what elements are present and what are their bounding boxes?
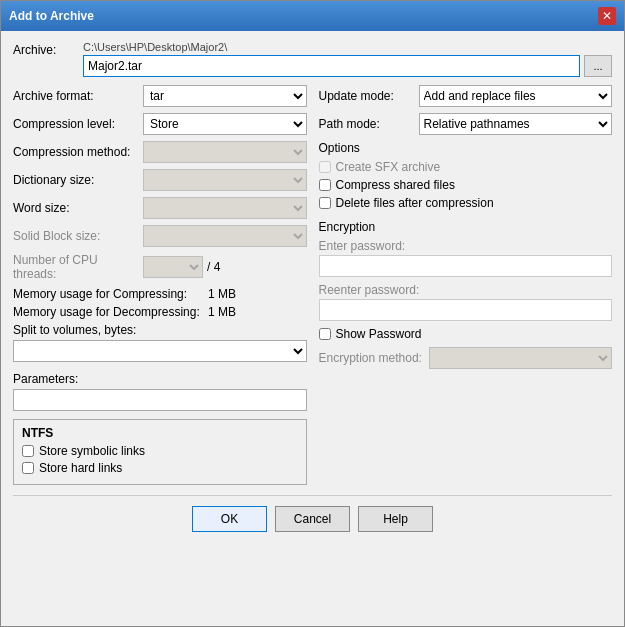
split-label: Split to volumes, bytes:	[13, 323, 307, 337]
params-section: Parameters:	[13, 372, 307, 411]
dialog-title: Add to Archive	[9, 9, 94, 23]
show-password-checkbox[interactable]	[319, 328, 331, 340]
options-title: Options	[319, 141, 613, 155]
hard-links-row: Store hard links	[22, 461, 298, 475]
cpu-label: Number of CPU threads:	[13, 253, 143, 281]
compression-method-label: Compression method:	[13, 145, 143, 159]
delete-files-checkbox[interactable]	[319, 197, 331, 209]
dialog-window: Add to Archive ✕ Archive: C:\Users\HP\De…	[0, 0, 625, 627]
update-mode-label: Update mode:	[319, 89, 419, 103]
options-group: Options Create SFX archive Compress shar…	[319, 141, 613, 210]
main-content: Archive format: tar zip 7z Compression l…	[13, 85, 612, 485]
delete-files-row: Delete files after compression	[319, 196, 613, 210]
cpu-row: Number of CPU threads: / 4	[13, 253, 307, 281]
ntfs-group: NTFS Store symbolic links Store hard lin…	[13, 419, 307, 485]
compression-level-select[interactable]: Store Normal	[143, 113, 307, 135]
hard-links-checkbox[interactable]	[22, 462, 34, 474]
show-password-label: Show Password	[336, 327, 422, 341]
encryption-method-row: Encryption method:	[319, 347, 613, 369]
symbolic-links-label: Store symbolic links	[39, 444, 145, 458]
enter-password-label: Enter password:	[319, 239, 613, 253]
close-button[interactable]: ✕	[598, 7, 616, 25]
mem-compress-value: 1 MB	[208, 287, 236, 301]
encryption-title: Encryption	[319, 220, 613, 234]
reenter-password-input[interactable]	[319, 299, 613, 321]
cpu-select[interactable]	[143, 256, 203, 278]
path-mode-label: Path mode:	[319, 117, 419, 131]
encryption-method-select[interactable]	[429, 347, 613, 369]
encryption-group: Encryption Enter password: Reenter passw…	[319, 220, 613, 369]
compression-method-row: Compression method:	[13, 141, 307, 163]
title-bar: Add to Archive ✕	[1, 1, 624, 31]
params-input[interactable]	[13, 389, 307, 411]
show-password-row: Show Password	[319, 327, 613, 341]
archive-inputs: C:\Users\HP\Desktop\Major2\ ...	[83, 41, 612, 77]
reenter-password-label: Reenter password:	[319, 283, 613, 297]
cpu-of: / 4	[207, 260, 220, 274]
split-select[interactable]	[13, 340, 307, 362]
path-mode-select[interactable]: Relative pathnames Absolute pathnames	[419, 113, 613, 135]
mem-decompress-value: 1 MB	[208, 305, 236, 319]
dialog-body: Archive: C:\Users\HP\Desktop\Major2\ ...…	[1, 31, 624, 552]
compression-level-row: Compression level: Store Normal	[13, 113, 307, 135]
mem-decompress-label: Memory usage for Decompressing:	[13, 305, 208, 319]
dictionary-select[interactable]	[143, 169, 307, 191]
hard-links-label: Store hard links	[39, 461, 122, 475]
mem-decompress-row: Memory usage for Decompressing: 1 MB	[13, 305, 307, 319]
cancel-button[interactable]: Cancel	[275, 506, 350, 532]
split-section: Split to volumes, bytes:	[13, 323, 307, 368]
format-row: Archive format: tar zip 7z	[13, 85, 307, 107]
enter-password-input[interactable]	[319, 255, 613, 277]
archive-name-input[interactable]	[83, 55, 580, 77]
update-mode-select[interactable]: Add and replace files Update and add fil…	[419, 85, 613, 107]
create-sfx-checkbox[interactable]	[319, 161, 331, 173]
update-mode-row: Update mode: Add and replace files Updat…	[319, 85, 613, 107]
create-sfx-row: Create SFX archive	[319, 160, 613, 174]
ntfs-title: NTFS	[22, 426, 298, 440]
left-panel: Archive format: tar zip 7z Compression l…	[13, 85, 307, 485]
word-size-label: Word size:	[13, 201, 143, 215]
format-label: Archive format:	[13, 89, 143, 103]
ok-button[interactable]: OK	[192, 506, 267, 532]
delete-files-label: Delete files after compression	[336, 196, 494, 210]
format-select[interactable]: tar zip 7z	[143, 85, 307, 107]
solid-block-row: Solid Block size:	[13, 225, 307, 247]
dictionary-label: Dictionary size:	[13, 173, 143, 187]
dialog-footer: OK Cancel Help	[13, 495, 612, 542]
help-button[interactable]: Help	[358, 506, 433, 532]
word-size-row: Word size:	[13, 197, 307, 219]
solid-block-select[interactable]	[143, 225, 307, 247]
compress-shared-checkbox[interactable]	[319, 179, 331, 191]
browse-button[interactable]: ...	[584, 55, 612, 77]
right-panel: Update mode: Add and replace files Updat…	[319, 85, 613, 485]
symbolic-links-row: Store symbolic links	[22, 444, 298, 458]
compress-shared-row: Compress shared files	[319, 178, 613, 192]
encryption-method-label: Encryption method:	[319, 351, 429, 365]
mem-compress-row: Memory usage for Compressing: 1 MB	[13, 287, 307, 301]
archive-input-row: ...	[83, 55, 612, 77]
solid-block-label: Solid Block size:	[13, 229, 143, 243]
compression-method-select[interactable]	[143, 141, 307, 163]
archive-row: Archive: C:\Users\HP\Desktop\Major2\ ...	[13, 41, 612, 77]
archive-path: C:\Users\HP\Desktop\Major2\	[83, 41, 612, 53]
params-label: Parameters:	[13, 372, 307, 386]
compress-shared-label: Compress shared files	[336, 178, 455, 192]
word-size-select[interactable]	[143, 197, 307, 219]
compression-level-label: Compression level:	[13, 117, 143, 131]
archive-label: Archive:	[13, 41, 83, 57]
symbolic-links-checkbox[interactable]	[22, 445, 34, 457]
path-mode-row: Path mode: Relative pathnames Absolute p…	[319, 113, 613, 135]
dictionary-row: Dictionary size:	[13, 169, 307, 191]
mem-compress-label: Memory usage for Compressing:	[13, 287, 208, 301]
create-sfx-label: Create SFX archive	[336, 160, 441, 174]
